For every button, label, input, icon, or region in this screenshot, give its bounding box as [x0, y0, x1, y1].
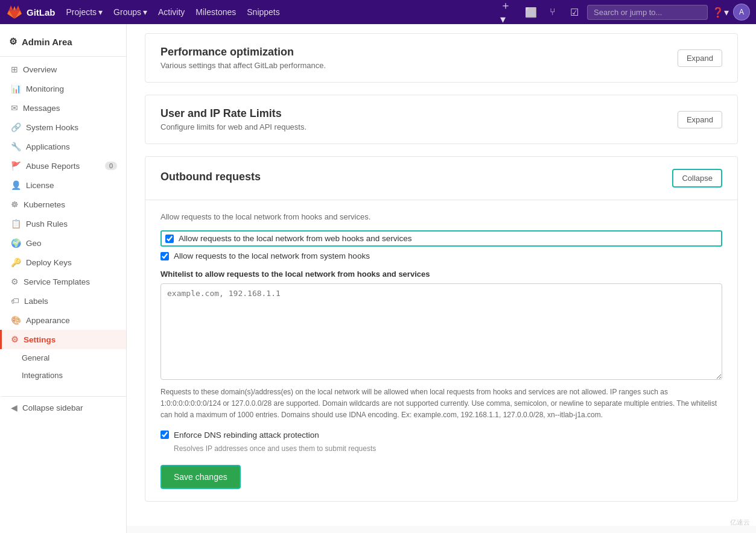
navbar-right: ＋ ▾ ⬜ ⑂ ☑ ❓▾ A — [500, 3, 750, 21]
admin-icon: ⚙ — [9, 36, 17, 47]
dns-checkbox[interactable] — [160, 430, 169, 439]
sidebar-item-appearance[interactable]: 🎨 Appearance — [0, 311, 126, 330]
performance-section-left: Performance optimization Various setting… — [160, 46, 326, 70]
outbound-collapse-button[interactable]: Collapse — [672, 169, 722, 188]
sidebar-sub-integrations[interactable]: Integrations — [0, 367, 126, 384]
screen-icon[interactable]: ⬜ — [522, 3, 540, 21]
dns-checkbox-row[interactable]: Enforce DNS rebinding attack protection — [160, 430, 722, 440]
applications-icon: 🔧 — [11, 142, 21, 151]
brand-logo[interactable]: GitLab — [6, 4, 56, 20]
outbound-description: Allow requests to the local network from… — [160, 212, 722, 221]
sidebar-item-abuse-reports[interactable]: 🚩 Abuse Reports 0 — [0, 156, 126, 175]
sidebar-item-applications[interactable]: 🔧 Applications — [0, 137, 126, 156]
nav-milestones[interactable]: Milestones — [191, 5, 241, 19]
sidebar-item-monitoring[interactable]: 📊 Monitoring — [0, 79, 126, 98]
avatar[interactable]: A — [733, 4, 750, 20]
overview-icon: ⊞ — [11, 65, 18, 74]
dns-sub-text: Resolves IP addresses once and uses them… — [160, 444, 722, 453]
checkbox-web-hooks-label: Allow requests to the local network from… — [179, 234, 411, 243]
nav-groups[interactable]: Groups ▾ — [109, 5, 152, 19]
abuse-reports-badge: 0 — [105, 162, 117, 170]
main-nav: Projects ▾ Groups ▾ Activity Milestones … — [62, 5, 501, 19]
save-changes-button[interactable]: Save changes — [160, 465, 241, 489]
brand-name: GitLab — [27, 7, 56, 17]
performance-section: Performance optimization Various setting… — [145, 33, 738, 83]
top-navbar: GitLab Projects ▾ Groups ▾ Activity Mile… — [0, 0, 756, 24]
dns-checkbox-label: Enforce DNS rebinding attack protection — [174, 430, 319, 440]
sidebar-item-messages[interactable]: ✉ Messages — [0, 98, 126, 118]
watermark: 亿速云 — [730, 518, 750, 526]
sidebar-item-service-templates[interactable]: ⚙ Service Templates — [0, 272, 126, 291]
chevron-down-icon: ▾ — [98, 7, 103, 17]
chevron-down-icon: ▾ — [143, 7, 147, 17]
help-icon[interactable]: ❓▾ — [711, 3, 729, 21]
issues-icon[interactable]: ☑ — [565, 3, 583, 21]
checkbox-system-hooks-row[interactable]: Allow requests to the local network from… — [160, 251, 722, 260]
sidebar-item-deploy-keys[interactable]: 🔑 Deploy Keys — [0, 253, 126, 272]
checkbox-web-hooks-row[interactable]: Allow requests to the local network from… — [160, 230, 722, 247]
sidebar-item-license[interactable]: 👤 License — [0, 175, 126, 195]
deploy-keys-icon: 🔑 — [11, 257, 21, 267]
merge-request-icon[interactable]: ⑂ — [544, 3, 562, 21]
outbound-section: Outbound requests Collapse Allow request… — [145, 156, 738, 502]
sidebar-item-settings[interactable]: ⚙ Settings — [0, 330, 126, 349]
rate-limits-description: Configure limits for web and API request… — [160, 122, 307, 131]
sidebar-item-kubernetes[interactable]: ☸ Kubernetes — [0, 195, 126, 214]
outbound-section-left: Outbound requests — [160, 171, 261, 186]
rate-limits-section-header: User and IP Rate Limits Configure limits… — [145, 95, 737, 144]
performance-section-header: Performance optimization Various setting… — [145, 34, 737, 82]
appearance-icon: 🎨 — [11, 315, 21, 325]
gitlab-logo-icon — [6, 4, 23, 20]
sidebar-item-geo[interactable]: 🌍 Geo — [0, 233, 126, 253]
performance-title: Performance optimization — [160, 46, 326, 58]
whitelist-textarea[interactable] — [160, 283, 722, 380]
nav-snippets[interactable]: Snippets — [242, 5, 284, 19]
monitoring-icon: 📊 — [11, 84, 21, 93]
sidebar-item-system-hooks[interactable]: 🔗 System Hooks — [0, 118, 126, 137]
service-templates-icon: ⚙ — [11, 277, 19, 286]
whitelist-helper-text: Requests to these domain(s)/address(es) … — [160, 386, 722, 421]
sidebar-sub-general[interactable]: General — [0, 349, 126, 367]
sidebar-item-push-rules[interactable]: 📋 Push Rules — [0, 214, 126, 233]
abuse-reports-icon: 🚩 — [11, 161, 21, 171]
performance-expand-button[interactable]: Expand — [678, 49, 722, 67]
sidebar: ⚙ Admin Area ⊞ Overview 📊 Monitoring ✉ M… — [0, 24, 127, 526]
outbound-title: Outbound requests — [160, 171, 261, 183]
checkbox-web-hooks[interactable] — [165, 235, 174, 243]
outbound-section-body: Allow requests to the local network from… — [145, 200, 737, 501]
checkbox-system-hooks-label: Allow requests to the local network from… — [174, 251, 370, 260]
license-icon: 👤 — [11, 180, 21, 190]
rate-limits-section-left: User and IP Rate Limits Configure limits… — [160, 107, 307, 131]
sidebar-item-labels[interactable]: 🏷 Labels — [0, 291, 126, 311]
labels-icon: 🏷 — [11, 296, 19, 306]
performance-description: Various settings that affect GitLab perf… — [160, 61, 326, 70]
collapse-icon: ◀ — [11, 403, 17, 412]
rate-limits-title: User and IP Rate Limits — [160, 107, 307, 120]
outbound-section-header: Outbound requests Collapse — [145, 157, 737, 200]
rate-limits-expand-button[interactable]: Expand — [678, 111, 722, 128]
add-button[interactable]: ＋ ▾ — [500, 3, 518, 21]
rate-limits-section: User and IP Rate Limits Configure limits… — [145, 95, 738, 144]
sidebar-collapse[interactable]: ◀ Collapse sidebar — [0, 396, 126, 417]
dns-row: Enforce DNS rebinding attack protection … — [160, 430, 722, 453]
checkbox-system-hooks[interactable] — [160, 252, 169, 260]
sidebar-item-overview[interactable]: ⊞ Overview — [0, 60, 126, 79]
nav-projects[interactable]: Projects ▾ — [62, 5, 108, 19]
messages-icon: ✉ — [11, 103, 18, 113]
push-rules-icon: 📋 — [11, 219, 21, 229]
search-input[interactable] — [587, 5, 708, 20]
kubernetes-icon: ☸ — [11, 200, 19, 209]
sidebar-header: ⚙ Admin Area — [0, 30, 126, 57]
nav-activity[interactable]: Activity — [153, 5, 189, 19]
main-content: Admin Area › Network Performance optimiz… — [127, 0, 756, 526]
settings-icon: ⚙ — [11, 335, 19, 344]
system-hooks-icon: 🔗 — [11, 122, 21, 132]
geo-icon: 🌍 — [11, 238, 21, 248]
whitelist-label: Whitelist to allow requests to the local… — [160, 270, 722, 279]
